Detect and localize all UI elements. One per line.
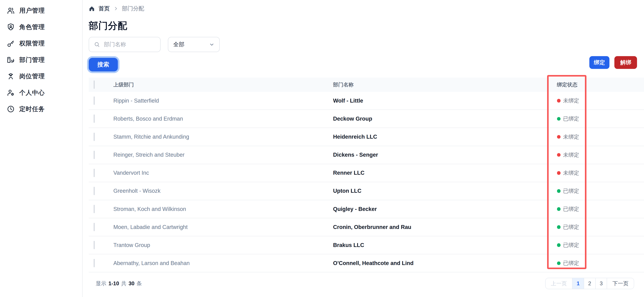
table-body: Rippin - Satterfield Wolf - Little 未绑定 R… [89,92,644,272]
chevron-right-icon [114,6,118,11]
parent-department-cell: Moen, Labadie and Cartwright [114,224,333,230]
table-row: Abernathy, Larson and Beahan O'Connell, … [89,254,644,272]
binding-status-cell: 已绑定 [555,115,644,122]
binding-status-cell: 未绑定 [555,133,644,140]
department-name-cell: Wolf - Little [333,98,555,104]
department-name-cell: Heidenreich LLC [333,134,555,140]
parent-department-cell: Reinger, Streich and Steuber [114,152,333,158]
sidebar-item-permission-management[interactable]: 权限管理 [0,35,82,51]
sidebar-item-label: 个人中心 [19,89,45,97]
status-dot [557,171,561,175]
sidebar-item-position-management[interactable]: 岗位管理 [0,68,82,84]
status-dot [557,117,561,121]
table-row: Trantow Group Brakus LLC 已绑定 [89,236,644,254]
department-name-cell: Dickens - Senger [333,152,555,158]
row-checkbox[interactable] [94,187,95,195]
breadcrumb-current-label: 部门分配 [122,5,144,12]
status-dot [557,225,561,229]
row-checkbox[interactable] [94,96,95,105]
status-filter-select[interactable]: 全部 [168,37,220,52]
parent-department-cell: Stamm, Ritchie and Ankunding [114,134,333,140]
status-dot [557,135,561,139]
table-row: Stamm, Ritchie and Ankunding Heidenreich… [89,128,644,146]
department-name-cell: Upton LLC [333,188,555,194]
sidebar-item-user-management[interactable]: 用户管理 [0,2,82,19]
table-row: Roberts, Bosco and Erdman Deckow Group 已… [89,110,644,128]
sidebar-item-label: 权限管理 [19,39,45,48]
binding-status-cell: 未绑定 [555,97,644,104]
breadcrumb: 首页 部门分配 [89,5,644,12]
binding-status-cell: 已绑定 [555,224,644,231]
row-checkbox[interactable] [94,241,95,249]
status-dot [557,262,561,265]
parent-department-cell: Abernathy, Larson and Beahan [114,260,333,266]
sidebar-item-personal-center[interactable]: 个人中心 [0,84,82,101]
binding-status-cell: 已绑定 [555,206,644,213]
departments-table: 上级部门 部门名称 绑定状态 Rippin - Satterfield Wolf… [89,78,644,273]
parent-department-cell: Stroman, Koch and Wilkinson [114,206,333,212]
breadcrumb-home-label[interactable]: 首页 [98,5,110,12]
status-label: 未绑定 [563,133,579,140]
results-summary: 显示 1-10 共 30 条 [89,280,142,287]
sidebar-item-department-management[interactable]: 部门管理 [0,52,82,68]
row-checkbox[interactable] [94,151,95,159]
table-row: Greenholt - Wisozk Upton LLC 已绑定 [89,182,644,200]
column-header-parent: 上级部门 [114,81,333,88]
pagination: 上一页 1 2 3 下一页 [545,278,634,289]
shield-user-icon [7,23,15,31]
select-value: 全部 [173,41,184,48]
status-label: 已绑定 [563,260,579,267]
sidebar-item-scheduled-tasks[interactable]: 定时任务 [0,101,82,117]
parent-department-cell: Greenholt - Wisozk [114,188,333,194]
row-checkbox[interactable] [94,114,95,123]
binding-status-cell: 已绑定 [555,260,644,267]
prev-page-button[interactable]: 上一页 [546,278,572,289]
department-name-cell: Cronin, Oberbrunner and Rau [333,224,555,230]
table-row: Moen, Labadie and Cartwright Cronin, Obe… [89,218,644,236]
search-icon [94,41,100,48]
sidebar-item-label: 岗位管理 [19,72,45,80]
row-checkbox[interactable] [94,133,95,141]
select-all-checkbox[interactable] [94,80,95,89]
summary-suffix: 条 [136,280,142,287]
filters-row: 部门名称 全部 [89,37,644,52]
search-input[interactable]: 部门名称 [89,37,160,52]
home-icon[interactable] [89,5,95,12]
sidebar-item-label: 角色管理 [19,23,45,31]
status-label: 未绑定 [563,169,579,177]
next-page-button[interactable]: 下一页 [607,278,634,289]
parent-department-cell: Roberts, Bosco and Erdman [114,116,333,122]
sidebar-item-label: 用户管理 [19,6,45,15]
main-content: 首页 部门分配 部门分配 部门名称 全部 搜索 绑定 解绑 [82,0,644,297]
summary-prefix: 显示 [96,280,106,287]
row-checkbox[interactable] [94,169,95,177]
status-label: 未绑定 [563,97,579,104]
table-footer: 显示 1-10 共 30 条 上一页 1 2 3 下一页 [89,278,644,289]
users-icon [7,7,15,15]
department-name-cell: O'Connell, Heathcote and Lind [333,260,555,266]
row-checkbox[interactable] [94,259,95,267]
search-placeholder: 部门名称 [104,41,126,48]
sidebar-item-label: 定时任务 [19,105,45,113]
page-title: 部门分配 [89,20,644,32]
row-checkbox[interactable] [94,205,95,213]
page-button-1[interactable]: 1 [572,278,584,289]
row-checkbox[interactable] [94,223,95,231]
search-button[interactable]: 搜索 [89,58,118,71]
column-header-name: 部门名称 [333,81,555,88]
status-dot [557,99,561,103]
parent-department-cell: Trantow Group [114,242,333,248]
sidebar: 用户管理 角色管理 权限管理 部门管理 岗位管理 个人中心 定时任务 [0,0,82,297]
status-label: 已绑定 [563,187,579,195]
department-icon [7,56,15,64]
summary-middle: 共 [121,280,126,287]
page-button-2[interactable]: 2 [584,278,595,289]
position-badge-icon [7,72,15,80]
bind-button[interactable]: 绑定 [589,56,610,69]
sidebar-item-role-management[interactable]: 角色管理 [0,19,82,35]
page-button-3[interactable]: 3 [595,278,607,289]
department-name-cell: Deckow Group [333,116,555,122]
table-row: Rippin - Satterfield Wolf - Little 未绑定 [89,92,644,110]
unbind-button[interactable]: 解绑 [614,56,637,69]
summary-total: 30 [128,281,134,287]
